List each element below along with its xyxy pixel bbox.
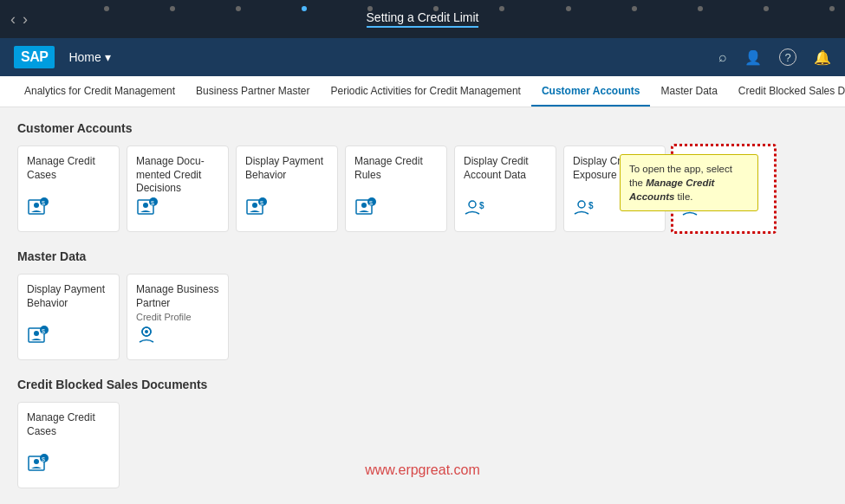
tile-title: Manage Docu­mented Credit Deci­sions: [136, 155, 219, 196]
nav-item-master-data[interactable]: Master Data: [650, 76, 727, 107]
tile-icon: $: [354, 197, 379, 223]
tile-icon: $: [27, 325, 51, 351]
page-title: Setting a Credit Limit: [367, 10, 479, 28]
nav-item-periodic[interactable]: Periodic Activities for Credit Managemen…: [320, 76, 530, 107]
nav-bar: Analytics for Credit Management Business…: [0, 76, 845, 107]
section-customer-accounts: Customer Accounts Manage Credit Cases $ …: [17, 121, 828, 232]
tile-icon: $: [27, 453, 51, 479]
sap-logo[interactable]: SAP: [14, 46, 55, 68]
svg-point-7: [143, 203, 148, 208]
bell-icon[interactable]: 🔔: [814, 49, 831, 66]
nav-item-analytics[interactable]: Analytics for Credit Management: [14, 76, 185, 107]
nav-item-credit-blocked[interactable]: Credit Blocked Sales Documents: [728, 76, 845, 107]
svg-text:$: $: [151, 200, 154, 206]
tooltip-box: To open the app, select the Manage Credi…: [620, 154, 758, 211]
help-icon[interactable]: ?: [779, 48, 796, 66]
svg-text:$: $: [260, 200, 263, 206]
tile-icon: $: [573, 197, 597, 223]
svg-point-27: [145, 330, 148, 333]
top-bar: ‹ › Setting a Credit Limit: [0, 0, 845, 38]
svg-text:$: $: [369, 200, 373, 206]
tile-icon: [136, 325, 157, 351]
svg-point-18: [578, 201, 585, 208]
svg-text:$: $: [479, 201, 484, 210]
section-credit-blocked: Credit Blocked Sales Documents Manage Cr…: [17, 378, 828, 488]
svg-point-3: [34, 203, 39, 208]
tile-title: Manage Credit Rules: [354, 155, 438, 182]
tile-display-credit-account-data[interactable]: Display Credit Account Data $: [454, 145, 556, 232]
tile-icon: $: [464, 197, 488, 223]
tile-title: Display Credit Account Data: [464, 155, 547, 182]
back-button[interactable]: ‹: [10, 11, 16, 27]
svg-point-11: [252, 203, 257, 208]
svg-text:$: $: [588, 201, 594, 210]
tile-title: Manage Credit Cases: [27, 411, 110, 438]
svg-text:$: $: [42, 200, 45, 206]
tile-subtitle: Credit Profile: [136, 312, 219, 322]
svg-point-15: [361, 203, 367, 208]
tile-manage-credit-cases-2[interactable]: Manage Credit Cases $: [17, 402, 120, 488]
tile-display-payment-behavior-2[interactable]: Display Payment Behavior $: [17, 274, 120, 360]
svg-point-16: [469, 201, 476, 208]
tile-manage-documented-credit[interactable]: Manage Docu­mented Credit Deci­sions $: [127, 145, 229, 232]
tile-icon: $: [245, 197, 270, 223]
tile-title: Manage Business Partner: [136, 283, 219, 310]
tile-title: Display Payment Behavior: [27, 283, 110, 310]
section-title-master-data: Master Data: [17, 249, 828, 263]
svg-text:$: $: [42, 328, 45, 334]
tile-icon: $: [136, 197, 160, 223]
tile-display-payment-behavior[interactable]: Display Payment Behavior $: [236, 145, 338, 232]
section-title-credit-blocked: Credit Blocked Sales Documents: [17, 378, 828, 391]
forward-button[interactable]: ›: [23, 11, 28, 27]
nav-item-customer-accounts[interactable]: Customer Accounts: [531, 76, 651, 107]
person-icon[interactable]: 👤: [744, 49, 762, 66]
tile-icon: $: [27, 197, 51, 223]
tile-manage-credit-cases[interactable]: Manage Credit Cases $: [17, 145, 120, 232]
home-menu[interactable]: Home ▾: [68, 50, 110, 64]
tile-manage-business-partner[interactable]: Manage Business Partner Credit Profile: [127, 274, 229, 360]
nav-item-business-partner[interactable]: Business Partner Master: [185, 76, 320, 107]
tile-manage-credit-rules[interactable]: Manage Credit Rules $: [345, 145, 447, 232]
tile-title: Manage Credit Cases: [27, 155, 110, 182]
section-master-data: Master Data Display Payment Behavior $ M…: [17, 249, 828, 360]
svg-point-32: [34, 459, 39, 464]
svg-text:$: $: [42, 456, 45, 462]
search-icon[interactable]: ⌕: [718, 49, 727, 65]
main-content: Customer Accounts Manage Credit Cases $ …: [0, 107, 845, 504]
svg-point-25: [34, 331, 39, 336]
section-title-customer-accounts: Customer Accounts: [17, 121, 828, 135]
shell-header: SAP Home ▾ ⌕ 👤 ? 🔔: [0, 38, 845, 76]
tile-title: Display Payment Behavior: [245, 155, 328, 182]
